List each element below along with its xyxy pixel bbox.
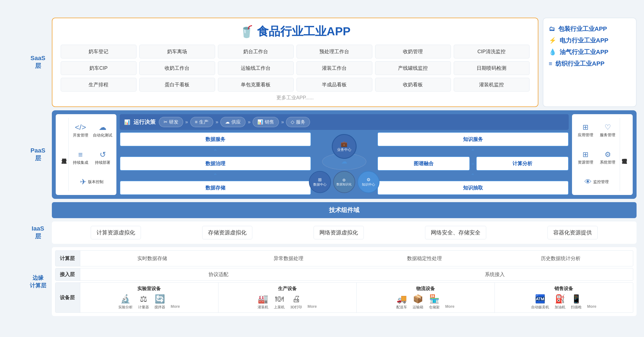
data-storage-box: 数据存储 — [120, 181, 311, 195]
app-dev-item-0: </> 开发管理 — [71, 123, 90, 138]
data-knowledge-row: 数据服务 ⌃ 数据治理 ⌃ 数据存储 💼 业务中心 — [120, 132, 569, 195]
3dprint-icon: 🖨 — [292, 294, 300, 304]
data-column: 数据服务 ⌃ 数据治理 ⌃ 数据存储 — [120, 132, 311, 195]
prod-more: More — [308, 304, 317, 310]
iaas-content: 计算资源虚拟化 存储资源虚拟化 网络资源虚拟化 网络安全、存储安全 容器化资源提… — [52, 221, 637, 244]
device-section-logistics: 物流设备 🚚 配送车 📦 运输箱 — [357, 283, 495, 312]
iaas-section: IaaS层 计算资源虚拟化 存储资源虚拟化 网络资源虚拟化 网络安全、存储安全 … — [30, 221, 637, 244]
layout-wrapper: SaaS层 🥤 食品行业工业APP 奶车登记 奶车离场 奶台工作台 预处理工作台… — [8, 18, 637, 316]
transport-box-icon: 📦 — [413, 294, 423, 304]
food-app-title: 🥤 食品行业工业APP — [61, 24, 530, 39]
up-arrow-3: ⌃ — [377, 148, 569, 155]
food-item-5: CIP清洗监控 — [454, 45, 530, 58]
saas-label: SaaS层 — [30, 55, 46, 70]
chart-icon: 📊 — [124, 119, 130, 125]
edge-section: 边缘 计算层 计算层 实时数据存储 异常数据处理 数据稳定性处理 历史数据统计分… — [30, 247, 637, 316]
business-center-icon: 💼 — [341, 141, 348, 147]
knowledge-center-icon: ⚙ — [367, 177, 370, 182]
research-icon: ✂ — [164, 119, 167, 125]
ci-icon: ≡ — [78, 150, 83, 159]
saas-content: 🥤 食品行业工业APP 奶车登记 奶车离场 奶台工作台 预处理工作台 收奶管理 … — [52, 18, 637, 107]
device-layer-row: 设备层 实验室设备 🔬 实验分析 — [55, 282, 633, 313]
access-layer-row: 接入层 协议适配 系统接入 — [55, 268, 633, 281]
main-container: SaaS层 🥤 食品行业工业APP 奶车登记 奶车离场 奶台工作台 预处理工作台… — [8, 18, 637, 319]
access-item-1: 系统接入 — [485, 271, 505, 278]
app-dev-items: </> 开发管理 ☁ 自动化测试 ≡ 持续集成 — [71, 118, 113, 191]
warehouse-icon: 🏪 — [429, 294, 439, 304]
app-dev-item-1: ☁ 自动化测试 — [93, 123, 113, 138]
ops-decision-bar: 📊 运行决策 ✂ 研发 » ≡ 生产 — [120, 114, 569, 130]
arrow-3: » — [248, 119, 250, 125]
right-arrow: » — [472, 161, 474, 167]
ops-item-research: ✂ 研发 — [159, 117, 183, 127]
compute-layer-label: 计算层 — [55, 251, 80, 266]
lab-analysis-icon: 🔬 — [120, 294, 130, 304]
food-item-13: 蛋白干看板 — [139, 78, 215, 92]
knowledge-icon-c: ⚙ — [342, 178, 346, 182]
ops-decision-title: 运行决策 — [133, 118, 156, 126]
food-item-2: 奶台工作台 — [218, 45, 294, 58]
oil-icon: 💧 — [549, 49, 556, 56]
service-icon: ◇ — [291, 119, 294, 125]
other-app-0: 🗂 包装行业工业APP — [549, 25, 630, 33]
iaas-item-4: 容器化资源提供 — [547, 226, 598, 239]
app-dev-item-3: ↺ 持续部署 — [93, 150, 113, 165]
edge-box: 计算层 实时数据存储 异常数据处理 数据稳定性处理 历史数据统计分析 接入层 协… — [52, 247, 637, 316]
ops-mgmt-item-2: ⊞ 资源管理 — [576, 150, 595, 165]
data-center-circle: ⊞ 数据中心 — [309, 171, 331, 193]
calc-analysis-box: 计算分析 — [476, 156, 569, 171]
production-title: 生产设备 — [221, 285, 354, 292]
sys-mgmt-icon: ⚙ — [605, 150, 611, 159]
middle-ops-area: 📊 运行决策 ✂ 研发 » ≡ 生产 — [120, 114, 569, 195]
food-item-17: 灌装机监控 — [454, 78, 530, 92]
app-mgmt-icon: ⊞ — [582, 123, 589, 132]
lab-more: More — [171, 304, 180, 310]
other-app-1: ⚡ 电力行业工业APP — [549, 36, 630, 45]
paas-box: 应用开发域 </> 开发管理 ☁ 自动化测试 ≡ — [52, 110, 637, 199]
iaas-item-1: 存储资源虚拟化 — [202, 226, 252, 239]
other-app-3: ≡ 纺织行业工业APP — [549, 60, 630, 68]
knowledge-column: 知识服务 ⌃ 图谱融合 » 计算分析 ⌃ 知识抽取 — [377, 132, 569, 195]
delivery-van-icon: 🚚 — [397, 294, 407, 304]
food-item-0: 奶车登记 — [61, 45, 137, 58]
food-item-12: 生产排程 — [61, 78, 137, 92]
ops-mgmt-item-0: ⊞ 应用管理 — [576, 123, 595, 138]
lab-title: 实验室设备 — [83, 285, 215, 292]
food-item-8: 运输线工作台 — [218, 61, 294, 75]
paas-content: 应用开发域 </> 开发管理 ☁ 自动化测试 ≡ — [52, 110, 637, 199]
meter-icon: ⚖ — [140, 294, 147, 304]
up-arrow-4: ⌃ — [377, 172, 569, 179]
compute-item-1: 异常数据处理 — [222, 253, 355, 263]
edge-label: 边缘 计算层 — [30, 274, 46, 289]
device-section-sales: 销售设备 🏧 自动贩卖机 ⛽ 加油机 — [495, 283, 633, 312]
fuel-pump-icon: ⛽ — [555, 294, 565, 304]
ops-item-production: ≡ 生产 — [190, 117, 213, 127]
prod-device-1: 🍽 上菜机 — [274, 294, 285, 310]
food-item-15: 半成品看板 — [296, 78, 372, 92]
data-center-icon: ⊞ — [318, 177, 322, 182]
textile-icon: ≡ — [549, 60, 552, 67]
app-dev-title: 应用开发域 — [60, 118, 69, 191]
production-icon: ≡ — [195, 119, 198, 125]
arrow-1: » — [185, 119, 188, 125]
logistics-title: 物流设备 — [359, 285, 492, 292]
food-item-4: 收奶管理 — [375, 45, 451, 58]
cd-icon: ↺ — [100, 150, 106, 159]
compute-layer-content: 实时数据存储 异常数据处理 数据稳定性处理 历史数据统计分析 — [80, 251, 633, 266]
cloud-icon: ☁ — [341, 158, 347, 165]
data-knowledge-circle: ⚙ 数据知识化 — [333, 171, 355, 193]
iaas-box: 计算资源虚拟化 存储资源虚拟化 网络资源虚拟化 网络安全、存储安全 容器化资源提… — [52, 221, 637, 244]
prod-device-2: 🖨 3D打印 — [290, 294, 302, 310]
compute-layer-row: 计算层 实时数据存储 异常数据处理 数据稳定性处理 历史数据统计分析 — [55, 250, 633, 266]
tech-bar-content: 技术组件域 — [52, 202, 637, 218]
food-item-1: 奶车离场 — [139, 45, 215, 58]
food-item-14: 单包克重看板 — [218, 78, 294, 92]
feeder-icon: 🍽 — [275, 294, 284, 304]
iaas-label: IaaS层 — [30, 225, 46, 240]
access-layer-label: 接入层 — [55, 268, 80, 280]
scanner-icon: 📱 — [571, 294, 581, 304]
saas-section: SaaS层 🥤 食品行业工业APP 奶车登记 奶车离场 奶台工作台 预处理工作台… — [30, 18, 637, 107]
food-item-16: 收奶看板 — [375, 78, 451, 92]
logistics-device-0: 🚚 配送车 — [396, 294, 407, 310]
knowledge-extract-box: 知识抽取 — [377, 181, 569, 195]
